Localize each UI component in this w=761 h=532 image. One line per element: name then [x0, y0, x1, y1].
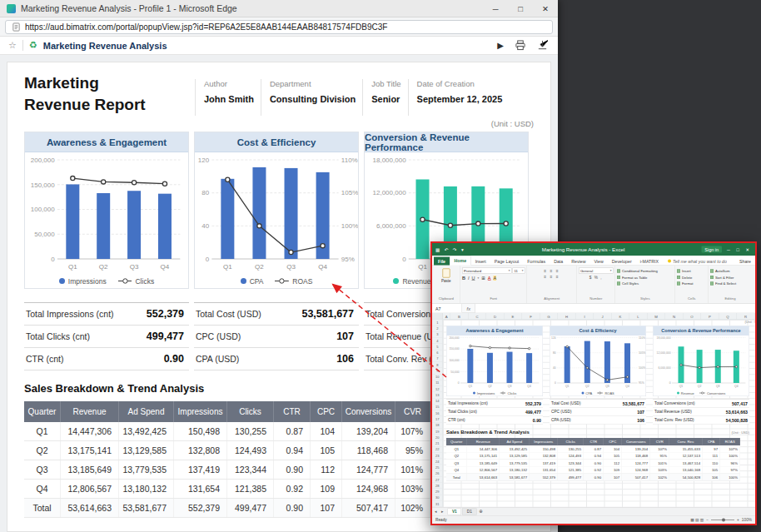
excel-column-header[interactable]: I: [576, 313, 594, 320]
excel-row-header[interactable]: 5: [432, 344, 443, 350]
download-button[interactable]: [537, 40, 548, 51]
ribbon-tab-home[interactable]: Home: [450, 256, 471, 266]
share-button[interactable]: Share: [739, 259, 754, 266]
excel-column-header[interactable]: D: [486, 313, 505, 320]
excel-row-header[interactable]: 15: [432, 405, 443, 410]
ribbon-tab-view[interactable]: View: [589, 257, 607, 266]
excel-column-header[interactable]: M: [648, 313, 666, 320]
ribbon-button[interactable]: AutoSum: [710, 268, 750, 275]
excel-window-controls[interactable]: ─ □ ✕: [727, 246, 752, 252]
ribbon-tab-data[interactable]: Data: [550, 257, 567, 266]
zoom-in-button[interactable]: +: [737, 518, 739, 523]
excel-row-header[interactable]: 25: [432, 465, 443, 470]
cell-name-box[interactable]: A7: [432, 304, 462, 313]
ribbon-button[interactable]: Find & Select: [710, 281, 750, 287]
excel-column-header[interactable]: N: [665, 313, 684, 320]
tell-me-box[interactable]: Tell me what you want to do: [668, 259, 727, 266]
number-format-box[interactable]: General▾: [579, 268, 614, 274]
font-name-box[interactable]: Pretendard▾: [462, 268, 512, 274]
ribbon-tab-formulas[interactable]: Formulas: [523, 257, 550, 266]
excel-column-header[interactable]: F: [522, 313, 540, 320]
run-button[interactable]: ▶: [497, 41, 504, 50]
excel-column-header[interactable]: A: [443, 313, 450, 320]
ribbon-tab-file[interactable]: File: [434, 257, 450, 266]
ribbon-button[interactable]: Conditional Formatting: [617, 268, 674, 275]
excel-row-header[interactable]: 4: [432, 338, 443, 344]
excel-row-header[interactable]: 14: [432, 398, 443, 404]
favorites-star-icon[interactable]: ☆: [8, 40, 17, 51]
excel-column-header[interactable]: K: [612, 313, 630, 320]
excel-row-header[interactable]: 6: [432, 350, 443, 355]
excel-column-header[interactable]: O: [684, 313, 702, 320]
formula-input[interactable]: [475, 304, 755, 313]
excel-row-header[interactable]: 31: [432, 501, 443, 507]
font-style-buttons[interactable]: BIU▾⊞AA: [462, 276, 525, 281]
minimize-button[interactable]: ─: [483, 0, 508, 17]
excel-row-header[interactable]: 21: [432, 440, 443, 446]
sign-in-button[interactable]: Sign in: [701, 246, 722, 253]
excel-row-header[interactable]: 1: [432, 320, 443, 326]
excel-grid[interactable]: (Unit : USD) Awareness & Engagement 050,…: [443, 320, 755, 507]
paste-icon[interactable]: [442, 269, 450, 278]
maximize-button[interactable]: □: [508, 0, 533, 17]
excel-column-header[interactable]: R: [737, 313, 755, 320]
zoom-level[interactable]: 100%: [742, 518, 752, 523]
excel-row-header[interactable]: 27: [432, 477, 443, 483]
ribbon-button[interactable]: Format as Table: [617, 274, 674, 281]
excel-column-header[interactable]: B: [450, 313, 469, 320]
excel-row-header[interactable]: 8: [432, 362, 443, 368]
excel-row-header[interactable]: 9: [432, 368, 443, 374]
zoom-slider[interactable]: [711, 520, 734, 520]
ribbon-button[interactable]: Delete: [677, 274, 707, 281]
paste-label[interactable]: Paste: [434, 279, 459, 283]
ribbon-tab-review[interactable]: Review: [567, 257, 589, 266]
add-sheet-button[interactable]: ⊕: [479, 509, 483, 515]
ribbon-tab-page-layout[interactable]: Page Layout: [490, 257, 523, 266]
sheet-nav-buttons[interactable]: ◂ ▸: [435, 510, 445, 515]
alignment-buttons[interactable]: ≡ ≡ ≡≡ ≡ ≡: [529, 268, 575, 280]
ribbon-button[interactable]: Insert: [677, 268, 707, 275]
view-mode-icons[interactable]: ▦ ▤ ▥: [690, 518, 704, 523]
font-size-box[interactable]: 11▾: [513, 268, 525, 274]
excel-row-header[interactable]: 11: [432, 380, 443, 386]
excel-row-header[interactable]: 3: [432, 332, 443, 338]
ribbon-button[interactable]: Sort & Filter: [710, 274, 750, 281]
excel-row-header[interactable]: 7: [432, 356, 443, 362]
excel-row-header[interactable]: 23: [432, 453, 443, 459]
sheet-tab[interactable]: D1: [462, 508, 476, 515]
excel-column-header[interactable]: P: [701, 313, 719, 320]
excel-row-header[interactable]: 10: [432, 374, 443, 380]
zoom-out-button[interactable]: −: [706, 518, 709, 523]
excel-row-header[interactable]: 30: [432, 495, 443, 500]
print-button[interactable]: [515, 40, 526, 51]
ribbon-button[interactable]: Cell Styles: [617, 281, 674, 287]
excel-column-header[interactable]: E: [505, 313, 523, 320]
excel-row-header[interactable]: 18: [432, 422, 443, 428]
close-button[interactable]: ✕: [533, 0, 558, 17]
excel-row-header[interactable]: 13: [432, 392, 443, 398]
select-all-corner[interactable]: [432, 313, 443, 320]
excel-column-header[interactable]: G: [540, 313, 559, 320]
ribbon-tab-i-matrix[interactable]: i-MATRIX: [636, 257, 663, 266]
ribbon-tab-developer[interactable]: Developer: [608, 257, 636, 266]
sheet-tab[interactable]: V1: [447, 508, 461, 515]
excel-row-header[interactable]: 28: [432, 483, 443, 489]
excel-row-header[interactable]: 26: [432, 470, 443, 476]
excel-row-header[interactable]: 22: [432, 446, 443, 452]
excel-row-header[interactable]: 24: [432, 459, 443, 465]
excel-column-header[interactable]: L: [629, 313, 648, 320]
ribbon-button[interactable]: Format: [677, 281, 707, 287]
address-bar[interactable]: https://aud.bimatrix.com/portal/popupVie…: [5, 20, 553, 34]
excel-column-header[interactable]: C: [469, 313, 487, 320]
number-buttons[interactable]: $ % ,: [579, 276, 614, 281]
excel-column-header[interactable]: J: [594, 313, 612, 320]
excel-row-header[interactable]: 16: [432, 410, 443, 416]
excel-row-header[interactable]: 20: [432, 435, 443, 440]
insert-function-button[interactable]: fx: [462, 304, 475, 313]
excel-row-header[interactable]: 17: [432, 416, 443, 422]
ribbon-tab-insert[interactable]: Insert: [471, 257, 490, 266]
excel-row-header[interactable]: 29: [432, 489, 443, 495]
quick-access-toolbar[interactable]: ▦ ↶ ↷ ▾: [435, 246, 465, 252]
excel-column-header[interactable]: H: [558, 313, 576, 320]
excel-row-header[interactable]: 2: [432, 326, 443, 331]
